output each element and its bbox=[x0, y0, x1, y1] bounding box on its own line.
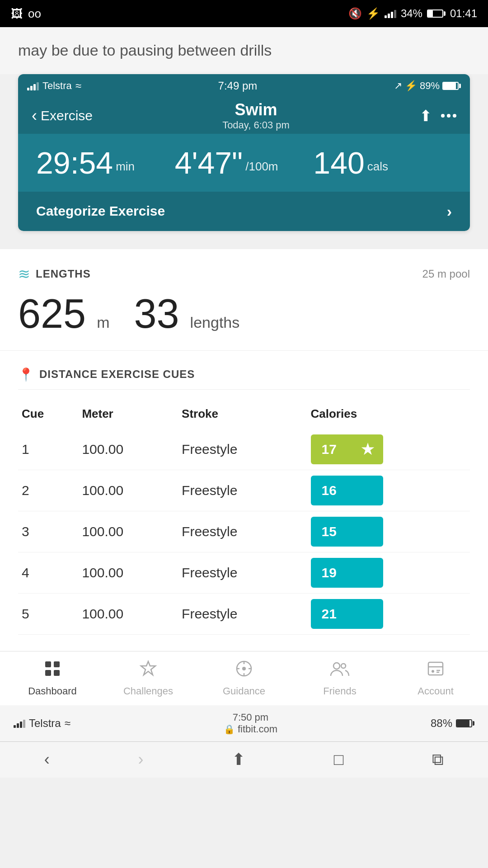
categorize-label: Categorize Exercise bbox=[36, 203, 165, 219]
fitbit-card: Telstra ≈ 7:49 pm ↗ ⚡ 89% ‹ Exercise Swi… bbox=[18, 74, 470, 231]
col-cue: Cue bbox=[18, 402, 78, 429]
browser-back-icon[interactable]: ‹ bbox=[44, 750, 50, 769]
calories-value: 140 bbox=[313, 147, 364, 178]
card-status-bar: Telstra ≈ 7:49 pm ↗ ⚡ 89% bbox=[18, 74, 470, 98]
cue-calories: 17 ★ bbox=[307, 429, 470, 470]
cue-number: 5 bbox=[18, 593, 78, 634]
nav-item-account[interactable]: Account bbox=[388, 660, 483, 697]
battery-percent: 34% bbox=[401, 7, 422, 20]
pause-text: may be due to pausing between drills bbox=[0, 27, 488, 74]
battery-icon bbox=[427, 9, 446, 18]
waves-icon: ≋ bbox=[18, 265, 30, 283]
nav-item-guidance[interactable]: Guidance bbox=[196, 660, 292, 697]
browser-share-icon[interactable]: ⬆ bbox=[232, 750, 245, 769]
table-row: 3 100.00 Freestyle 15 bbox=[18, 511, 470, 552]
pace-value: 4'47" bbox=[175, 147, 243, 178]
browser-bookmarks-icon[interactable]: □ bbox=[334, 750, 344, 769]
distance-unit: m bbox=[97, 314, 109, 331]
card-location-icon: ↗ bbox=[394, 80, 402, 92]
cue-calories: 15 bbox=[307, 511, 470, 552]
cue-number: 4 bbox=[18, 552, 78, 593]
card-stats-row: 29:54 min 4'47" /100m 140 cals bbox=[18, 134, 470, 192]
categorize-bar[interactable]: Categorize Exercise › bbox=[18, 192, 470, 231]
cue-stroke: Freestyle bbox=[178, 511, 307, 552]
duration-unit: min bbox=[116, 160, 135, 174]
more-options-icon[interactable] bbox=[441, 114, 456, 118]
svg-point-6 bbox=[242, 667, 246, 670]
nav-label-guidance: Guidance bbox=[223, 685, 265, 697]
table-row: 1 100.00 Freestyle 17 ★ bbox=[18, 429, 470, 470]
table-row: 5 100.00 Freestyle 21 bbox=[18, 593, 470, 634]
bottom-status-center: 7:50 pm 🔒 fitbit.com bbox=[224, 712, 277, 735]
cue-stroke: Freestyle bbox=[178, 552, 307, 593]
cue-stroke: Freestyle bbox=[178, 429, 307, 470]
card-wifi-icon: ≈ bbox=[75, 80, 81, 92]
distance-value: 625 bbox=[18, 293, 86, 334]
back-chevron-icon: ‹ bbox=[32, 106, 37, 125]
pace-stat: 4'47" /100m bbox=[175, 147, 314, 178]
friends-icon bbox=[330, 660, 350, 682]
bottom-wifi-icon: ≈ bbox=[65, 717, 70, 730]
bottom-website: 🔒 fitbit.com bbox=[224, 723, 277, 735]
nav-label-friends: Friends bbox=[323, 685, 356, 697]
cue-number: 1 bbox=[18, 429, 78, 470]
nav-right-actions[interactable]: ⬆ bbox=[419, 107, 456, 125]
card-battery-icon bbox=[442, 82, 461, 90]
card-carrier: Telstra ≈ bbox=[27, 80, 81, 92]
nav-item-dashboard[interactable]: Dashboard bbox=[5, 660, 100, 697]
table-row: 4 100.00 Freestyle 19 bbox=[18, 552, 470, 593]
pool-size: 25 m pool bbox=[422, 268, 470, 280]
browser-forward-icon[interactable]: › bbox=[138, 750, 143, 769]
mute-icon: 🔇 bbox=[348, 7, 362, 20]
challenges-icon bbox=[139, 660, 157, 682]
nav-subtitle: Today, 6:03 pm bbox=[222, 119, 290, 131]
clock-time: 01:41 bbox=[450, 7, 477, 20]
nav-item-friends[interactable]: Friends bbox=[292, 660, 388, 697]
lengths-title: LENGTHS bbox=[36, 268, 91, 280]
cue-number: 2 bbox=[18, 470, 78, 511]
cue-calories: 16 bbox=[307, 470, 470, 511]
bottom-status-right: 88% bbox=[431, 717, 474, 730]
svg-rect-13 bbox=[428, 662, 443, 675]
bluetooth-icon: ⚡ bbox=[366, 7, 380, 20]
signal-bars-icon bbox=[385, 9, 396, 18]
voicemail-icon: oo bbox=[28, 7, 41, 21]
bottom-status-bar: Telstra ≈ 7:50 pm 🔒 fitbit.com 88% bbox=[0, 705, 488, 741]
nav-label-account: Account bbox=[418, 685, 454, 697]
nav-label-dashboard: Dashboard bbox=[28, 685, 77, 697]
cue-meter: 100.00 bbox=[78, 593, 178, 634]
nav-title-block: Swim Today, 6:03 pm bbox=[222, 100, 290, 131]
card-time: 7:49 pm bbox=[218, 80, 258, 92]
bottom-battery-pct: 88% bbox=[431, 717, 452, 730]
bottom-time: 7:50 pm bbox=[224, 712, 277, 723]
pace-unit: /100m bbox=[245, 160, 278, 174]
nav-item-challenges[interactable]: Challenges bbox=[100, 660, 196, 697]
duration-value: 29:54 bbox=[36, 147, 113, 178]
bottom-battery-icon bbox=[456, 719, 474, 727]
cues-section: 📍 DISTANCE EXERCISE CUES Cue Meter Strok… bbox=[0, 351, 488, 651]
cue-stroke: Freestyle bbox=[178, 593, 307, 634]
table-row: 2 100.00 Freestyle 16 bbox=[18, 470, 470, 511]
image-icon: 🖼 bbox=[11, 7, 23, 21]
lengths-stats: 625 m 33 lengths bbox=[18, 293, 470, 334]
categorize-chevron-icon: › bbox=[447, 203, 452, 220]
share-icon[interactable]: ⬆ bbox=[419, 107, 432, 125]
bottom-status-left: Telstra ≈ bbox=[14, 717, 70, 730]
svg-rect-1 bbox=[54, 661, 60, 667]
col-calories: Calories bbox=[307, 402, 470, 429]
cues-title: DISTANCE EXERCISE CUES bbox=[39, 368, 195, 381]
bottom-nav: Dashboard Challenges Guidance bbox=[0, 651, 488, 705]
cues-header: 📍 DISTANCE EXERCISE CUES bbox=[18, 367, 470, 390]
svg-point-15 bbox=[432, 670, 434, 673]
content-area: ≋ LENGTHS 25 m pool 625 m 33 lengths 📍 D… bbox=[0, 249, 488, 651]
browser-tabs-icon[interactable]: ⧉ bbox=[432, 750, 444, 769]
cue-meter: 100.00 bbox=[78, 470, 178, 511]
browser-bottom-bar[interactable]: ‹ › ⬆ □ ⧉ bbox=[0, 741, 488, 778]
svg-rect-0 bbox=[45, 661, 51, 667]
guidance-icon bbox=[235, 660, 253, 682]
svg-point-11 bbox=[333, 663, 340, 669]
svg-rect-3 bbox=[54, 670, 60, 676]
cue-meter: 100.00 bbox=[78, 429, 178, 470]
back-button[interactable]: ‹ Exercise bbox=[32, 106, 93, 125]
card-nav-bar[interactable]: ‹ Exercise Swim Today, 6:03 pm ⬆ bbox=[18, 98, 470, 134]
